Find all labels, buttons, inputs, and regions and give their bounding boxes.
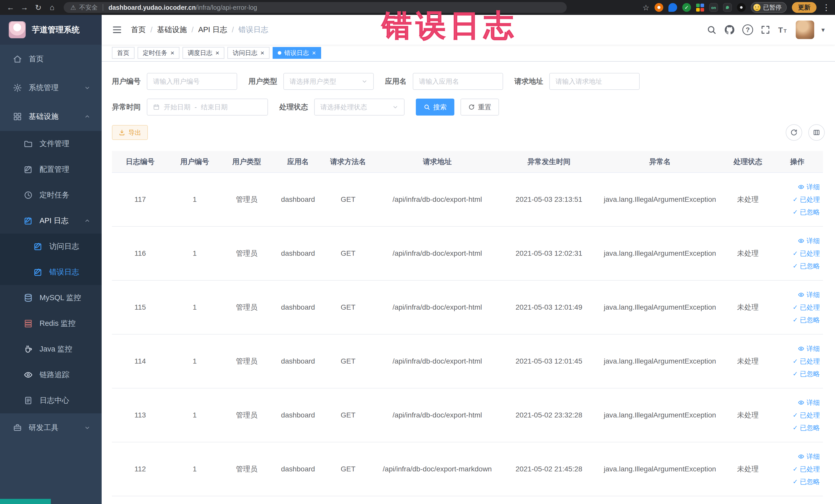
reset-button[interactable]: 重置 (461, 99, 499, 116)
table-toolbar: 导出 (112, 124, 825, 141)
tab-cron[interactable]: 定时任务 × (138, 47, 179, 59)
sidebar-item-java[interactable]: Java 监控 (0, 336, 102, 362)
user-type-select[interactable]: 请选择用户类型 (283, 73, 374, 90)
process-link[interactable]: ✓已处理 (793, 411, 820, 420)
extension-icon-orange[interactable] (655, 3, 663, 12)
detail-link[interactable]: 详细 (798, 398, 820, 407)
tab-error-log[interactable]: 错误日志 × (272, 47, 321, 59)
api-log-icon (24, 216, 33, 225)
home-icon[interactable]: ⌂ (46, 2, 58, 13)
avatar-caret-icon[interactable]: ▾ (821, 26, 825, 34)
font-size-icon[interactable]: TT (778, 24, 789, 35)
cell-request-url: /api/infra/db-doc/export-markdown (372, 442, 502, 496)
close-icon[interactable]: × (260, 49, 264, 56)
search-icon[interactable] (707, 25, 717, 35)
hamburger-icon[interactable] (112, 25, 122, 35)
col-method: 请求方法名 (324, 151, 372, 173)
chevron-down-icon (361, 78, 368, 84)
breadcrumb: 首页 / 基础设施 / API 日志 / 错误日志 (131, 25, 268, 35)
tab-access-log[interactable]: 访问日志 × (227, 47, 269, 59)
date-range-separator: - (195, 103, 197, 111)
close-icon[interactable]: × (216, 49, 219, 56)
app-logo[interactable]: 芋道管理系统 (0, 15, 102, 45)
process-link[interactable]: ✓已处理 (793, 303, 820, 312)
detail-link[interactable]: 详细 (798, 237, 820, 245)
sidebar-item-api-log[interactable]: API 日志 (0, 208, 102, 234)
ignore-link[interactable]: ✓已忽略 (793, 262, 820, 270)
breadcrumb-separator: / (232, 26, 234, 34)
sidebar-item-error-log[interactable]: 错误日志 (0, 259, 102, 285)
close-icon[interactable]: × (312, 49, 316, 56)
extension-icon-grid[interactable] (696, 4, 704, 12)
chrome-update-button[interactable]: 更新 (792, 2, 816, 13)
menu-label: 基础设施 (29, 112, 59, 122)
detail-link[interactable]: 详细 (798, 183, 820, 191)
check-icon: ✓ (793, 317, 798, 323)
filter-label: 用户编号 (112, 77, 141, 86)
ignore-link[interactable]: ✓已忽略 (793, 369, 820, 379)
fullscreen-icon[interactable] (760, 25, 771, 35)
sidebar-item-config[interactable]: 配置管理 (0, 157, 102, 182)
exception-time-range[interactable]: 开始日期 - 结束日期 (147, 99, 268, 116)
breadcrumb-infra[interactable]: 基础设施 (157, 25, 187, 35)
close-icon[interactable]: × (170, 49, 174, 56)
chevron-down-icon (84, 85, 90, 91)
user-id-input[interactable] (147, 73, 237, 90)
forward-icon[interactable]: → (19, 2, 30, 13)
cell-status: 未处理 (724, 442, 772, 496)
sidebar-item-log-center[interactable]: 日志中心 (0, 388, 102, 414)
process-status-select[interactable]: 请选择处理状态 (314, 99, 405, 116)
refresh-button[interactable] (786, 124, 802, 141)
user-avatar[interactable] (796, 21, 814, 39)
process-link[interactable]: ✓已处理 (793, 249, 820, 258)
sidebar-item-tracing[interactable]: 链路追踪 (0, 362, 102, 388)
extension-icon-drop[interactable] (668, 3, 677, 12)
browser-menu-kebab-icon[interactable]: ⋮ (822, 3, 830, 12)
ignore-link[interactable]: ✓已忽略 (793, 208, 820, 217)
detail-label: 详细 (807, 237, 820, 245)
tab-home[interactable]: 首页 (112, 47, 135, 59)
cell-log-id: 117 (112, 173, 168, 226)
extension-icon-dark[interactable] (737, 3, 746, 12)
column-settings-button[interactable] (808, 124, 825, 141)
sidebar-item-redis[interactable]: Redis 监控 (0, 311, 102, 336)
back-icon[interactable]: ← (5, 2, 16, 13)
search-button[interactable]: 搜索 (416, 99, 454, 116)
breadcrumb-home[interactable]: 首页 (131, 25, 146, 35)
detail-link[interactable]: 详细 (798, 344, 820, 353)
sidebar-item-file[interactable]: 文件管理 (0, 131, 102, 157)
ignore-link[interactable]: ✓已忽略 (793, 423, 820, 432)
detail-link[interactable]: 详细 (798, 290, 820, 299)
sidebar-item-cron[interactable]: 定时任务 (0, 182, 102, 208)
sidebar-item-infra[interactable]: 基础设施 (0, 102, 102, 131)
profile-paused-pill[interactable]: 已暂停 (751, 2, 787, 13)
bookmark-star-icon[interactable]: ☆ (643, 3, 649, 12)
ignore-link[interactable]: ✓已忽略 (793, 477, 820, 486)
sidebar-item-access-log[interactable]: 访问日志 (0, 234, 102, 259)
app-name-input[interactable] (413, 73, 503, 90)
cell-app-name: dashboard (272, 173, 324, 226)
breadcrumb-api-log[interactable]: API 日志 (198, 25, 227, 35)
help-icon[interactable]: ? (742, 24, 753, 35)
process-link[interactable]: ✓已处理 (793, 195, 820, 204)
sidebar-item-devtools[interactable]: 研发工具 (0, 414, 102, 442)
extension-icon-green[interactable]: ✓ (682, 3, 691, 12)
sidebar-item-mysql[interactable]: MySQL 监控 (0, 285, 102, 311)
request-url-input[interactable] (549, 73, 640, 90)
sidebar-item-home[interactable]: 首页 (0, 45, 102, 74)
screen: ← → ↻ ⌂ ⚠ 不安全 dashboard.yudao.iocoder.cn… (0, 0, 835, 504)
ignore-link[interactable]: ✓已忽略 (793, 316, 820, 324)
extension-icon-sprout[interactable] (723, 3, 732, 12)
address-bar[interactable]: ⚠ 不安全 dashboard.yudao.iocoder.cn/infra/l… (64, 2, 567, 13)
extension-icon-on[interactable]: on (709, 3, 718, 12)
reload-icon[interactable]: ↻ (32, 2, 44, 13)
sidebar-item-system[interactable]: 系统管理 (0, 74, 102, 102)
export-button[interactable]: 导出 (112, 125, 148, 140)
process-link[interactable]: ✓已处理 (793, 465, 820, 474)
detail-link[interactable]: 详细 (798, 452, 820, 461)
cell-user-type: 管理员 (221, 334, 272, 388)
process-link[interactable]: ✓已处理 (793, 357, 820, 366)
cell-exception-time: 2021-05-02 21:45:28 (502, 442, 596, 496)
github-icon[interactable] (724, 24, 735, 36)
tab-job-log[interactable]: 调度日志 × (183, 47, 224, 59)
